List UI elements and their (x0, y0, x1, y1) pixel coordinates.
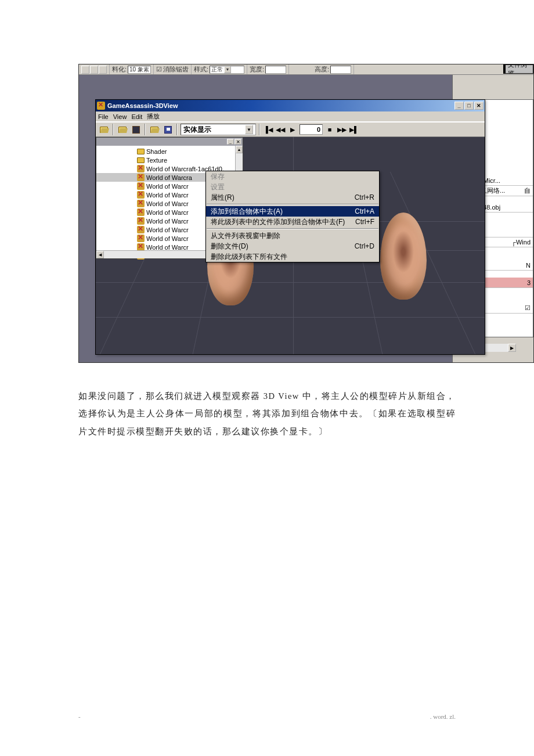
ctx-add-list-to-combine[interactable]: 将此级列表中的文件添加到组合物体中去(F)Ctrl+F (206, 217, 379, 227)
scroll-left-icon[interactable]: ◀ (96, 251, 104, 258)
minimize-button[interactable]: _ (454, 102, 464, 110)
tree-item-label: World of Warcr (146, 209, 189, 216)
forward-button[interactable]: ▶▶ (337, 124, 347, 135)
folder-icon (137, 149, 145, 154)
grid-cell-red: 3 (477, 278, 533, 288)
tree-item[interactable]: Shader (96, 147, 243, 156)
x-file-icon (137, 235, 145, 242)
ctx-delete-file[interactable]: 删除文件(D)Ctrl+D (206, 241, 379, 251)
grid-cell: N (477, 260, 533, 271)
ctx-delete-all[interactable]: 删除此级列表下所有文件 (206, 251, 379, 262)
scroll-right-icon[interactable]: ▶ (508, 344, 516, 352)
x-file-icon (137, 191, 145, 199)
ctx-settings: 设置 (206, 182, 379, 192)
screenshot: 料化: 10 象素 ☑ 消除锯齿 样式: 正常▼ 宽度: 高度: 文件浏览 导航… (78, 64, 534, 363)
toolbar-button[interactable] (81, 66, 89, 74)
grid-cell: W,网络...自 (477, 186, 533, 196)
grid-cell: ┌ Wind (477, 237, 533, 247)
model-ear-right (380, 213, 427, 300)
viewport-3d[interactable]: _ ✕ ShaderTextureWorld of Warcraft-1ac61… (96, 137, 485, 354)
menu-play[interactable]: 播放 (147, 112, 160, 121)
open2-button[interactable] (117, 124, 128, 135)
tree-item-label: World of Warcr (146, 235, 189, 242)
tree-item-label: World of Warcr (146, 183, 189, 190)
open-button[interactable] (98, 124, 110, 135)
tree-item[interactable]: Texture (96, 156, 243, 164)
antialias-label[interactable]: 消除锯齿 (163, 65, 189, 74)
width-label: 宽度: (250, 65, 264, 74)
file-browse-tab[interactable]: 文件浏览 (503, 64, 533, 74)
prev-button[interactable]: ▶ (287, 124, 298, 135)
save-button[interactable] (162, 124, 174, 135)
context-menu: 保存 设置 属性(R)Ctrl+R 添加到组合物体中去(A)Ctrl+A 将此级… (205, 171, 380, 262)
menu-edit[interactable]: Edit (131, 113, 142, 120)
window-title: GameAssassin-3DView (107, 102, 178, 109)
tree-item-label: World of Warcr (146, 200, 189, 207)
outer-toolbar: 料化: 10 象素 ☑ 消除锯齿 样式: 正常▼ 宽度: 高度: (79, 64, 533, 75)
height-label: 高度: (315, 65, 329, 74)
tree-min-button[interactable]: _ (227, 139, 234, 145)
rewind-button[interactable]: ◀◀ (275, 124, 286, 135)
page-footer: - . word. zl. (78, 713, 456, 720)
x-file-icon (137, 208, 145, 216)
style-combo[interactable]: 正常▼ (210, 66, 244, 74)
ctx-remove-from-view[interactable]: 从文件列表视窗中删除 (206, 231, 379, 241)
x-file-icon (137, 217, 145, 225)
footer-left: - (78, 713, 81, 720)
tree-close-button[interactable]: ✕ (234, 139, 241, 145)
ctx-properties[interactable]: 属性(R)Ctrl+R (206, 192, 379, 203)
tree-item-label: World of Warcr (146, 226, 189, 233)
menu-view[interactable]: View (113, 113, 127, 120)
tree-item-label: World of Warcra (146, 174, 192, 181)
frame-input[interactable]: 0 (300, 124, 323, 135)
stop-button[interactable]: ■ (324, 124, 335, 135)
chevron-down-icon[interactable]: ▼ (245, 125, 253, 134)
open3-button[interactable] (149, 124, 160, 135)
tree-item-label: World of Warcr (146, 218, 189, 225)
toolbar-button[interactable] (90, 66, 98, 74)
first-button[interactable]: ▐◀ (263, 124, 273, 135)
x-file-icon (137, 165, 145, 172)
disk-button[interactable] (130, 124, 142, 135)
scroll-up-icon[interactable]: ▲ (236, 146, 243, 153)
width-value[interactable] (265, 66, 286, 74)
checkbox-cell[interactable]: ☑ (477, 303, 533, 314)
toolbar-button[interactable] (99, 66, 107, 74)
height-value[interactable] (330, 66, 351, 74)
footer-right: . word. zl. (430, 713, 456, 720)
app-icon (97, 102, 105, 110)
style-label: 样式: (194, 65, 208, 74)
feather-label: 料化: (112, 65, 127, 74)
ctx-save: 保存 (206, 171, 379, 182)
tree-item-label: Shader (146, 148, 167, 155)
tree-item-label: Texture (146, 157, 167, 164)
x-file-icon (137, 200, 145, 207)
tree-item-label: World of Warcr (146, 192, 189, 199)
x-file-icon (137, 174, 145, 181)
last-button[interactable]: ▶▌ (349, 124, 359, 135)
x-file-icon (137, 182, 145, 190)
toolbar: 实体显示 ▼ ▐◀ ◀◀ ▶ 0 ■ ▶▶ ▶▌ (96, 122, 485, 137)
menu-file[interactable]: File (98, 113, 109, 120)
grid-cell: d48.obj (477, 202, 533, 213)
body-paragraph: 如果没问题了，那么我们就进入模型观察器 3D View 中，将主人公的模型碎片从… (78, 387, 456, 440)
menubar: File View Edit 播放 (96, 111, 485, 122)
display-mode-combo[interactable]: 实体显示 ▼ (181, 124, 256, 135)
tree-item-label: World of Warcr (146, 244, 189, 251)
feather-value[interactable]: 10 象素 (128, 66, 151, 74)
ctx-add-to-combine[interactable]: 添加到组合物体中去(A)Ctrl+A (206, 206, 379, 217)
close-button[interactable]: ✕ (474, 102, 484, 110)
maximize-button[interactable]: □ (464, 102, 474, 110)
window-3dview: GameAssassin-3DView _ □ ✕ File View Edit… (95, 99, 485, 355)
grid-cell: - Micr... (477, 175, 533, 186)
folder-icon (137, 157, 145, 163)
titlebar[interactable]: GameAssassin-3DView _ □ ✕ (96, 100, 485, 111)
x-file-icon (137, 226, 145, 233)
